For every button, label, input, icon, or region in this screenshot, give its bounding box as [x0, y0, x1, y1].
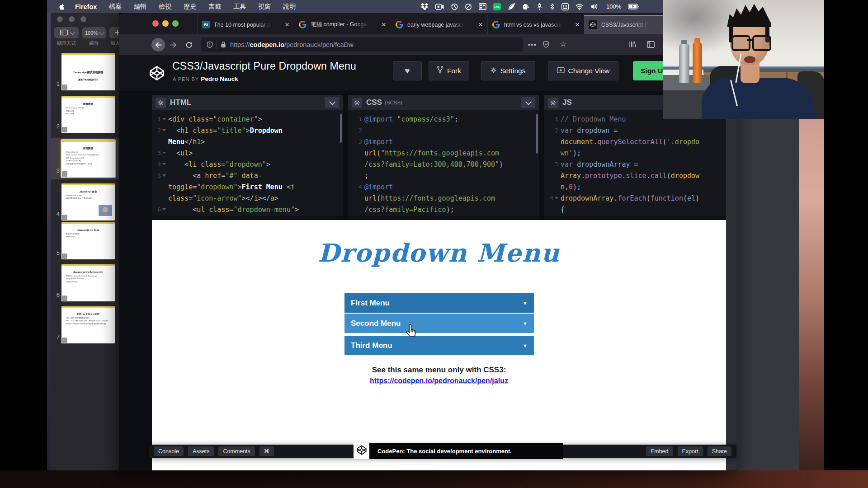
window-close-button[interactable] — [152, 20, 159, 27]
browser-tab[interactable]: BIThe 10 most popular pr× — [197, 15, 294, 34]
tab-title: html vs css vs javascrip — [504, 22, 562, 28]
dropdown-menu-item[interactable]: Second Menu▼ — [344, 314, 534, 333]
forward-button[interactable] — [170, 41, 177, 49]
slide-number: 1 — [51, 80, 60, 87]
preview-link[interactable]: https://codepen.io/pedronauck/pen/jaluz — [152, 377, 726, 385]
protections-shield-icon[interactable] — [543, 41, 549, 48]
slide-thumbnail[interactable]: ES5 vs ES6 vs ES7ES5 - 2009 (所有瀏覽器都支援)ES… — [61, 306, 115, 343]
menubar-item[interactable]: 歷史 — [184, 3, 196, 11]
rocket-icon[interactable] — [536, 3, 543, 10]
wifi-icon[interactable] — [576, 4, 584, 10]
time-machine-icon[interactable] — [451, 3, 458, 10]
volume-icon[interactable] — [590, 3, 598, 10]
footer-button-console[interactable]: Console — [154, 446, 184, 456]
bluetooth-icon[interactable] — [550, 3, 555, 10]
tab-close-icon[interactable]: × — [378, 21, 386, 28]
feather-icon[interactable] — [508, 3, 515, 10]
pen-header: CSS3/Javascript Pure Dropdown Menu A PEN… — [119, 55, 736, 91]
browser-tab[interactable]: early webpage javascri× — [391, 15, 487, 34]
line-icon[interactable]: LINE — [493, 3, 501, 10]
evernote-icon[interactable] — [522, 3, 529, 10]
tab-close-icon[interactable]: × — [475, 21, 483, 28]
code-line: 1@import "compass/css3"; — [348, 113, 539, 125]
chevron-down-icon[interactable] — [521, 97, 535, 108]
footer-button-export[interactable]: Export — [678, 446, 703, 456]
keynote-add-slide-button[interactable] — [109, 27, 119, 38]
footer-button-share[interactable]: Share — [708, 446, 731, 456]
slide-thumbnail[interactable]: Javascript/網頁前端開發歷史/Java關係/ES6 — [61, 53, 115, 90]
bookmark-star-icon[interactable]: ☆ — [560, 39, 566, 49]
keynote-close-button[interactable] — [57, 16, 63, 22]
gear-icon[interactable] — [548, 98, 558, 108]
settings-button[interactable]: Settings — [481, 61, 535, 80]
window-zoom-button[interactable] — [172, 20, 179, 27]
keynote-minimize-button[interactable] — [69, 16, 75, 22]
sidebar-icon[interactable] — [647, 41, 655, 48]
footer-button-cmd[interactable]: ⌘ — [259, 446, 274, 456]
panel-label: JS — [562, 98, 572, 107]
code-line: 3var dropdownArray = — [544, 159, 735, 170]
google-favicon — [396, 21, 403, 28]
tab-close-icon[interactable]: × — [571, 21, 580, 28]
screen-recording-icon[interactable] — [435, 4, 444, 10]
keynote-view-button[interactable] — [54, 27, 79, 38]
address-bar[interactable]: https://codepen.io/pedronauck/pen/fcaDw — [201, 38, 523, 52]
code-line: Array.prototype.slice.call(dropdow — [544, 170, 735, 181]
tracking-shield-icon[interactable] — [207, 41, 213, 48]
code-line: 3@import — [348, 136, 539, 147]
tab-close-icon[interactable]: × — [281, 21, 289, 28]
gear-icon[interactable] — [352, 98, 362, 108]
menubar-item[interactable]: 說明 — [283, 3, 296, 11]
fork-icon — [437, 66, 443, 75]
tab-bar: BIThe 10 most popular pr×電腦 compiler - G… — [119, 13, 736, 34]
library-icon[interactable] — [629, 41, 636, 48]
dropdown-menu-item[interactable]: First Menu▼ — [344, 293, 534, 313]
codepen-logo[interactable] — [149, 65, 165, 83]
slide-thumbnail[interactable]: Javascript vs Ecmascript早期有Javascript & … — [61, 264, 115, 301]
scrollbar[interactable] — [536, 114, 538, 154]
code-area: 1// Dropdown Menu2var dropdown =document… — [544, 110, 735, 216]
keynote-zoom-button-control[interactable]: 100% — [82, 27, 106, 38]
menubar-item[interactable]: 檔案 — [109, 3, 122, 11]
tab-title: CSS3/Javascript P — [601, 22, 648, 28]
editor-right-gutter — [726, 95, 736, 470]
menubar-item[interactable]: 編輯 — [134, 3, 146, 11]
love-button[interactable]: ♥ — [393, 61, 422, 80]
page-actions-icon[interactable]: ••• — [528, 41, 537, 48]
footer-button-assets[interactable]: Assets — [188, 446, 214, 456]
back-button[interactable] — [151, 38, 165, 52]
footer-button-embed[interactable]: Embed — [646, 446, 673, 456]
footer-button-comments[interactable]: Comments — [218, 446, 255, 456]
battery-icon[interactable] — [628, 4, 639, 9]
reload-button[interactable] — [185, 41, 193, 48]
window-minimize-button[interactable] — [162, 20, 169, 27]
slide-thumbnail[interactable]: Javascript vs Java兩者語言沒有關係行銷手法命名 — [61, 222, 115, 259]
menubar-item[interactable]: 視窗 — [258, 3, 271, 11]
keynote-zoom-button[interactable] — [80, 16, 86, 22]
slide-thumbnail[interactable]: 前端開發HTML, CSS, JSHTML: Content & Structu… — [61, 140, 115, 177]
dropbox-icon[interactable] — [420, 3, 429, 10]
fork-button[interactable]: Fork — [429, 61, 469, 80]
scrollbar[interactable] — [340, 114, 342, 143]
do-not-disturb-icon[interactable] — [465, 3, 472, 10]
browser-tab[interactable]: html vs css vs javascrip× — [487, 15, 584, 34]
desk-surface — [0, 470, 868, 488]
panel-label: HTML — [170, 98, 191, 107]
input-method-icon[interactable] — [561, 3, 569, 10]
dropdown-menu-item[interactable]: Third Menu▼ — [344, 336, 534, 355]
slide-thumbnail[interactable]: 網頁開發UI/UX Designer / 設計師前端工程師後端工程師 — [61, 96, 115, 133]
editor-panel-css[interactable]: CSS(SCSS)1@import "compass/css3";23@impo… — [348, 95, 539, 220]
gear-icon[interactable] — [156, 98, 166, 108]
editor-panel-html[interactable]: HTML1<div class="container">2 <h1 class=… — [152, 95, 343, 220]
menubar-item[interactable]: 工具 — [233, 3, 246, 11]
chevron-down-icon[interactable] — [325, 97, 339, 108]
menubar-item[interactable]: 檢視 — [159, 3, 171, 11]
menubar-item[interactable]: 書籤 — [208, 3, 221, 11]
window-grid-icon[interactable] — [479, 3, 486, 10]
slide-thumbnail[interactable]: Javascript 歷史Brendan Eich 10 days簡單的瀏覽器動… — [61, 183, 115, 221]
browser-tab[interactable]: 電腦 compiler - Google× — [294, 15, 391, 34]
active-app-name[interactable]: Firefox — [75, 3, 97, 10]
apple-menu-icon[interactable] — [59, 3, 65, 10]
change-view-button[interactable]: Change View — [548, 61, 618, 80]
codepen-footer-logo[interactable] — [354, 443, 369, 459]
